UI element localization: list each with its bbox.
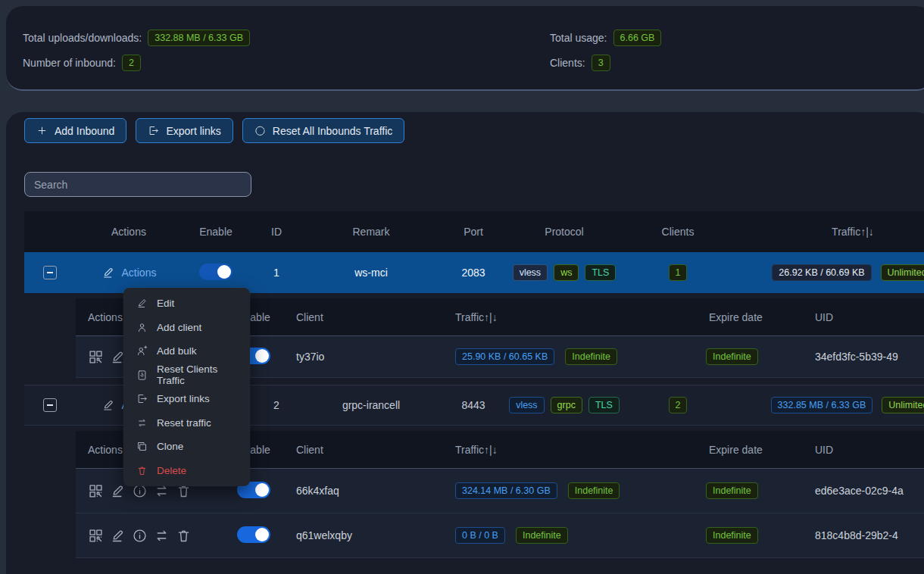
search-box <box>24 172 251 197</box>
swap-icon <box>136 417 148 429</box>
menu-item-add-bulk[interactable]: Add bulk <box>123 339 250 363</box>
inbound-port: 2083 <box>439 267 507 279</box>
qrcode-icon[interactable] <box>88 483 104 499</box>
uploads-label: Total uploads/downloads: <box>23 32 142 44</box>
minus-icon <box>47 272 53 273</box>
clone-icon <box>136 441 148 452</box>
total-badge: Unlimited <box>882 397 924 414</box>
client-traffic-badge: 324.14 MB / 6.30 GB <box>455 482 557 500</box>
edit-client-icon[interactable] <box>110 483 126 499</box>
client-header-traffic-sort[interactable]: Traffic↑|↓ <box>443 311 697 323</box>
traffic-badge: 26.92 KB / 60.69 KB <box>772 264 871 282</box>
inbound-actions-menu: Edit Add client Add bulk Reset Clients T… <box>123 288 250 486</box>
edit-icon <box>136 298 148 309</box>
inbound-id: 2 <box>250 399 303 411</box>
inbound-count-label: Number of inbound: <box>23 57 116 69</box>
client-traffic-badge: 0 B / 0 B <box>455 527 505 544</box>
enable-toggle[interactable] <box>199 264 233 280</box>
traffic-badge: 332.85 MB / 6.33 GB <box>771 397 873 414</box>
tls-badge: TLS <box>585 264 616 282</box>
client-name: ty37io <box>284 351 443 363</box>
total-usage-label: Total usage: <box>550 32 607 44</box>
header-enable: Enable <box>182 226 250 238</box>
header-protocol: Protocol <box>507 226 621 238</box>
header-clients: Clients <box>621 226 735 238</box>
export-icon <box>148 125 159 136</box>
client-count-badge: 2 <box>669 397 688 414</box>
inbound-remark: ws-mci <box>303 267 439 279</box>
inbound-port: 8443 <box>439 399 507 411</box>
client-name: 66k4xfaq <box>284 485 443 497</box>
header-traffic-sort[interactable]: Traffic↑|↓ <box>735 226 924 238</box>
qrcode-icon[interactable] <box>88 349 104 365</box>
client-name: q61welxqby <box>284 529 443 541</box>
inbound-row[interactable]: Actions 1 ws-mci 2083 vless ws TLS 1 26.… <box>24 252 924 293</box>
minus-icon <box>47 404 53 406</box>
client-expire-badge: Indefinite <box>706 527 758 544</box>
inbound-remark: grpc-irancell <box>303 399 439 411</box>
menu-item-reset-traffic[interactable]: Reset traffic <box>123 411 250 435</box>
uploads-value-badge: 332.88 MB / 6.33 GB <box>148 30 250 47</box>
client-uid: ed6e3ace-02c9-4a <box>803 485 924 497</box>
header-id: ID <box>250 226 303 238</box>
client-limit-badge: Indefinite <box>568 482 620 500</box>
inbound-count-badge: 2 <box>122 55 141 72</box>
tls-badge: TLS <box>588 397 620 414</box>
info-icon[interactable] <box>132 528 148 544</box>
total-badge: Unlimited <box>881 264 924 282</box>
menu-item-add-client[interactable]: Add client <box>123 316 250 340</box>
client-traffic-badge: 25.90 KB / 60.65 KB <box>455 348 554 366</box>
client-header-traffic-sort[interactable]: Traffic↑|↓ <box>443 444 697 456</box>
toolbar: Add Inbound Export links Reset All Inbou… <box>6 112 924 143</box>
collapse-row-button[interactable] <box>43 266 57 279</box>
stats-panel: Total uploads/downloads: 332.88 MB / 6.3… <box>6 6 924 91</box>
menu-item-reset-clients-traffic[interactable]: Reset Clients Traffic <box>123 363 250 388</box>
export-links-button[interactable]: Export links <box>136 118 233 143</box>
table-header: Actions Enable ID Remark Port Protocol C… <box>24 211 924 252</box>
client-limit-badge: Indefinite <box>516 527 568 544</box>
client-expire-badge: Indefinite <box>706 348 758 366</box>
protocol-badge: vless <box>509 397 544 414</box>
device-reset-icon <box>136 370 148 381</box>
collapse-row-button[interactable] <box>43 398 57 412</box>
inbound-actions-dropdown[interactable]: Actions <box>76 266 182 279</box>
delete-client-icon[interactable] <box>176 528 192 544</box>
transport-badge: ws <box>554 264 579 282</box>
trash-icon <box>136 465 148 476</box>
client-row: q61welxqby 0 B / 0 B Indefinite Indefini… <box>76 513 924 558</box>
qrcode-icon[interactable] <box>88 528 104 544</box>
client-enable-toggle[interactable] <box>237 526 270 543</box>
header-remark: Remark <box>303 226 439 238</box>
clients-count-badge: 3 <box>592 55 610 72</box>
reset-client-traffic-icon[interactable] <box>154 528 170 544</box>
user-icon <box>136 322 148 333</box>
reset-all-traffic-button[interactable]: Reset All Inbounds Traffic <box>242 118 405 143</box>
total-usage-badge: 6.66 GB <box>613 30 662 47</box>
clients-count-label: Clients: <box>550 57 585 69</box>
header-actions: Actions <box>76 226 182 238</box>
menu-item-export-links[interactable]: Export links <box>123 387 250 411</box>
export-icon <box>136 393 148 404</box>
client-uid: 818c4b8d-29b2-4 <box>803 529 924 541</box>
edit-icon <box>101 266 115 279</box>
client-count-badge: 1 <box>669 264 688 282</box>
refresh-icon <box>254 125 266 136</box>
edit-icon <box>101 398 115 412</box>
menu-item-edit[interactable]: Edit <box>123 292 250 316</box>
plus-icon <box>36 125 48 136</box>
transport-badge: grpc <box>551 397 582 414</box>
client-uid: 34efd3fc-5b39-49 <box>803 351 924 363</box>
client-limit-badge: Indefinite <box>565 348 617 366</box>
client-expire-badge: Indefinite <box>706 482 758 500</box>
protocol-badge: vless <box>513 264 548 282</box>
edit-client-icon[interactable] <box>110 528 126 544</box>
inbound-id: 1 <box>250 267 303 279</box>
add-inbound-button[interactable]: Add Inbound <box>24 118 126 143</box>
user-add-icon <box>136 345 148 357</box>
header-port: Port <box>439 226 507 238</box>
search-input[interactable] <box>34 179 242 191</box>
menu-item-delete[interactable]: Delete <box>123 459 250 483</box>
menu-item-clone[interactable]: Clone <box>123 435 250 459</box>
